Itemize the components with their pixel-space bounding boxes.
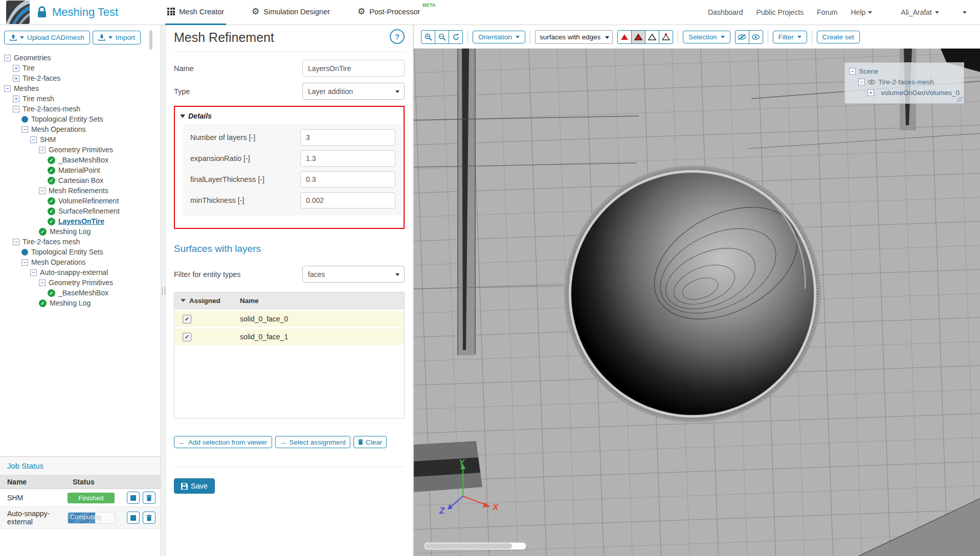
tree-item-shm[interactable]: SHM bbox=[0, 134, 161, 145]
tree-item-tire-mesh[interactable]: Tire mesh bbox=[0, 94, 161, 104]
collapse-icon[interactable] bbox=[4, 85, 11, 92]
tree-item-meshing-log[interactable]: Meshing Log bbox=[0, 226, 161, 237]
assigned-column-header[interactable]: Assigned bbox=[189, 297, 220, 305]
visibility-eye-icon[interactable] bbox=[868, 80, 875, 84]
scene-item-tire-2-faces-mesh[interactable]: Tire-2-faces-mesh bbox=[849, 77, 960, 87]
help-button[interactable]: ? bbox=[390, 29, 405, 44]
tree-item-layersontire-selected[interactable]: LayersOnTire bbox=[0, 216, 161, 226]
nav-help-menu[interactable]: Help bbox=[851, 8, 873, 16]
user-menu[interactable]: Ali_Arafat bbox=[901, 8, 939, 16]
expansion-ratio-input[interactable] bbox=[300, 150, 395, 167]
sort-descending-icon[interactable] bbox=[181, 299, 186, 302]
import-button[interactable]: Import bbox=[93, 31, 141, 44]
collapse-icon[interactable] bbox=[21, 126, 28, 133]
stop-job-button[interactable] bbox=[127, 512, 140, 524]
name-column-header[interactable]: Name bbox=[240, 297, 259, 305]
overlay-resize-handle[interactable] bbox=[957, 97, 963, 102]
collapse-icon[interactable] bbox=[30, 136, 37, 143]
type-select[interactable]: Layer addition bbox=[302, 83, 405, 100]
save-button[interactable]: Save bbox=[174, 478, 215, 494]
viewport-3d[interactable]: Scene Tire-2-faces-mesh volumeOnGeoVolum… bbox=[414, 49, 980, 556]
tree-item-geometry-primitives[interactable]: Geometry Primitives bbox=[0, 145, 161, 155]
upload-cad-mesh-button[interactable]: Upload CAD/mesh bbox=[4, 31, 90, 44]
name-input[interactable] bbox=[302, 60, 405, 77]
nav-dashboard[interactable]: Dashboard bbox=[708, 8, 743, 16]
expand-icon[interactable] bbox=[13, 75, 19, 82]
quality-triangle-solid-button[interactable] bbox=[617, 30, 632, 44]
scene-item-volumeongeovolumes-0[interactable]: volumeOnGeoVolumes_0 bbox=[849, 87, 960, 98]
table-row-solid-0-face-1[interactable]: solid_0_face_1 bbox=[174, 329, 404, 345]
stop-job-button[interactable] bbox=[127, 492, 140, 504]
visibility-eye-icon[interactable] bbox=[877, 90, 878, 95]
tree-item-cartesian-box[interactable]: Cartesian Box bbox=[0, 175, 161, 186]
tree-item-basemeshbox[interactable]: _BaseMeshBox bbox=[0, 155, 161, 165]
expand-icon[interactable] bbox=[13, 96, 19, 102]
tree-item-meshing-log-2[interactable]: Meshing Log bbox=[0, 298, 161, 308]
collapse-icon[interactable] bbox=[849, 68, 856, 75]
tree-item-geometry-primitives-2[interactable]: Geometry Primitives bbox=[0, 277, 161, 288]
table-row-solid-0-face-0[interactable]: solid_0_face_0 bbox=[174, 311, 404, 327]
tree-item-topological-entity-sets[interactable]: Topological Entity Sets bbox=[0, 114, 161, 124]
create-set-button[interactable]: Create set bbox=[817, 31, 860, 43]
collapse-icon[interactable] bbox=[13, 106, 19, 112]
delete-job-button[interactable] bbox=[143, 512, 155, 524]
tree-item-tire[interactable]: Tire bbox=[0, 63, 161, 73]
select-assignment-button[interactable]: → Select assignment bbox=[275, 436, 350, 448]
tree-item-materialpoint[interactable]: MaterialPoint bbox=[0, 165, 161, 175]
window-menu-chevron-icon[interactable] bbox=[963, 11, 967, 14]
collapse-icon[interactable] bbox=[39, 147, 46, 153]
collapse-icon[interactable] bbox=[21, 259, 28, 266]
tree-item-mesh-operations-2[interactable]: Mesh Operations bbox=[0, 257, 161, 267]
tree-item-geometries[interactable]: Geometries bbox=[0, 53, 161, 63]
zoom-in-button[interactable] bbox=[421, 30, 435, 44]
reset-view-button[interactable] bbox=[449, 30, 463, 44]
tree-item-mesh-operations[interactable]: Mesh Operations bbox=[0, 124, 161, 134]
collapse-icon[interactable] bbox=[4, 55, 11, 61]
clear-button[interactable]: Clear bbox=[353, 436, 387, 448]
tree-item-basemeshbox-2[interactable]: _BaseMeshBox bbox=[0, 288, 161, 298]
collapse-icon[interactable] bbox=[30, 269, 37, 276]
selection-dropdown[interactable]: Selection bbox=[683, 31, 730, 43]
zoom-out-button[interactable] bbox=[435, 30, 449, 44]
number-of-layers-input[interactable] bbox=[300, 129, 395, 146]
assigned-checkbox[interactable] bbox=[183, 333, 191, 341]
assigned-checkbox[interactable] bbox=[183, 315, 191, 323]
tree-item-volumerefinement[interactable]: VolumeRefinement bbox=[0, 196, 161, 206]
tree-item-tire-2-faces[interactable]: Tire-2-faces bbox=[0, 73, 161, 83]
collapse-icon[interactable] bbox=[39, 280, 46, 286]
panel-resize-strip[interactable] bbox=[161, 25, 166, 556]
scene-root-item[interactable]: Scene bbox=[849, 66, 960, 77]
tree-item-topological-entity-sets-2[interactable]: Topological Entity Sets bbox=[0, 247, 161, 257]
quality-triangle-outlined-red-button[interactable] bbox=[631, 30, 645, 44]
final-layer-thickness-input[interactable] bbox=[300, 171, 395, 188]
expand-icon[interactable] bbox=[867, 89, 874, 96]
add-selection-from-viewer-button[interactable]: ← Add selection from viewer bbox=[174, 436, 272, 448]
tree-item-auto-snappy-external[interactable]: Auto-snappy-external bbox=[0, 267, 161, 277]
sidebar-scrollbar-thumb[interactable] bbox=[149, 30, 152, 50]
quality-triangle-outline-button[interactable] bbox=[645, 30, 659, 44]
tree-item-mesh-refinements[interactable]: Mesh Refinements bbox=[0, 186, 161, 196]
quality-triangle-dot-button[interactable] bbox=[659, 30, 673, 44]
scrollbar-thumb[interactable] bbox=[425, 543, 512, 549]
min-thickness-input[interactable] bbox=[300, 192, 395, 208]
collapse-icon[interactable] bbox=[39, 188, 46, 194]
nav-public-projects[interactable]: Public Projects bbox=[756, 8, 804, 16]
tree-item-meshes[interactable]: Meshes bbox=[0, 83, 161, 94]
nav-forum[interactable]: Forum bbox=[817, 8, 837, 16]
tab-post-processor[interactable]: ⚙ Post-Processor BETA bbox=[355, 0, 422, 25]
filter-dropdown[interactable]: Filter bbox=[773, 31, 807, 43]
tab-mesh-creator[interactable]: Mesh Creator bbox=[165, 0, 226, 25]
expand-icon[interactable] bbox=[13, 65, 19, 72]
delete-job-button[interactable] bbox=[143, 492, 155, 504]
orientation-dropdown[interactable]: Orientation bbox=[473, 31, 525, 43]
tree-item-surfacerefinement[interactable]: SurfaceRefinement bbox=[0, 206, 161, 216]
show-selection-button[interactable] bbox=[749, 30, 763, 44]
details-header[interactable]: Details bbox=[180, 112, 402, 120]
viewer-horizontal-scrollbar[interactable] bbox=[424, 542, 526, 550]
tab-simulation-designer[interactable]: ⚙ Simulation Designer bbox=[250, 0, 332, 25]
hide-selection-button[interactable] bbox=[735, 30, 749, 44]
tree-item-tire-2-faces-mesh[interactable]: Tire-2-faces-mesh bbox=[0, 104, 161, 114]
collapse-icon[interactable] bbox=[13, 239, 19, 245]
collapse-icon[interactable] bbox=[858, 79, 865, 85]
tree-item-tire-2-faces-mesh-2[interactable]: Tire-2-faces mesh bbox=[0, 237, 161, 247]
